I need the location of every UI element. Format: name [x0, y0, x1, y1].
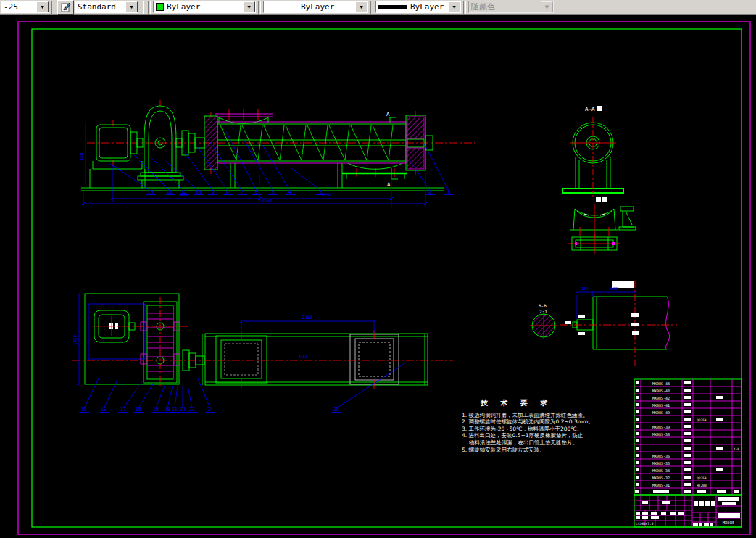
shaft-end-detail: 164 608 [560, 281, 677, 367]
dim-style-combo[interactable]: -25 ▼ [1, 1, 49, 13]
leader-number: 9 [212, 189, 215, 195]
dimension-text-blocks [565, 313, 639, 335]
leader-number: 18 [136, 407, 141, 413]
toolbar-separator [258, 1, 261, 14]
bom-table: MX085-44MX085-43MX085-42MX085-41MX085-40… [634, 379, 742, 495]
title-block: MX085 LS160×7.5 [634, 495, 742, 527]
leader-number: 5 [272, 189, 275, 195]
dim-detail-d2: 608 [610, 286, 618, 291]
bom-part-code: MX085-32 [652, 476, 670, 480]
leaders-plan: 1516171819202122232425 [79, 363, 406, 413]
conveyor-tube-outline [215, 114, 406, 163]
side-view: A A 800 3150 3550 400 13111210987654321 [79, 100, 475, 207]
side-view-dimensions [82, 122, 427, 207]
bom-part-code: MX085-39 [652, 425, 670, 429]
leader-number: 24 [207, 407, 213, 413]
tech-req-title: 技 术 要 求 [481, 400, 634, 407]
leader-number: 22 [180, 407, 186, 413]
object-properties-toolbar: -25 ▼ A Standard ▼ ByLayer ▼ [0, 0, 756, 15]
plot-style-combo: 随颜色 ▼ [468, 1, 554, 13]
screw-conveyor-drawing: A A 800 3150 3550 400 13111210987654321 [0, 15, 756, 538]
text-style-icon: A [61, 2, 71, 12]
section-marker-a-top: A [386, 111, 390, 117]
chevron-down-icon[interactable]: ▼ [243, 1, 255, 12]
lineweight-control-combo[interactable]: ByLayer ▼ [375, 1, 461, 13]
bom-rows: MX085-44MX085-43MX085-42MX085-41MX085-40… [634, 381, 742, 494]
toolbar-separator [463, 1, 466, 14]
toolbar-separator [141, 1, 144, 14]
toolbar-separator [370, 1, 373, 14]
section-aa-view: A-A [562, 106, 623, 197]
leader-number: 16 [101, 407, 107, 413]
bom-remark: 1-8 [734, 447, 739, 451]
leader-number: 12 [181, 189, 187, 195]
chevron-down-icon[interactable]: ▼ [355, 1, 367, 12]
bom-part-code: MX085-35 [652, 461, 670, 465]
plot-style-value: 随颜色 [469, 1, 541, 12]
color-swatch-green [156, 3, 164, 11]
chevron-down-icon[interactable]: ▼ [36, 1, 49, 12]
leader-number: 20 [165, 407, 170, 413]
label-block [597, 106, 602, 111]
tech-req-item: 5. 螺旋轴安装采用右旋方式安装。 [462, 447, 634, 454]
drawing-number: MX085 [723, 521, 735, 525]
section-aa-label: A-A [585, 106, 595, 112]
linetype-sample-icon [266, 7, 298, 7]
leader-number: 8 [226, 189, 229, 195]
linetype-control-combo[interactable]: ByLayer ▼ [263, 1, 368, 13]
label-block [596, 197, 601, 202]
bom-part-code: MX085-41 [652, 403, 670, 407]
chevron-down-icon[interactable]: ▼ [125, 1, 138, 12]
leader-number: 3 [320, 189, 323, 195]
bom-part-code: MX085-34 [652, 468, 670, 473]
dim-plan-span: 2150 [302, 315, 313, 320]
leader-number: 17 [120, 407, 126, 413]
lineweight-value: ByLayer [410, 2, 444, 12]
dim-plan-bore: Φ159 [299, 355, 307, 359]
chevron-down-icon[interactable]: ▼ [448, 1, 460, 12]
dim-side-height: 400 [79, 152, 84, 160]
bom-part-code: MX085-31 [652, 483, 670, 487]
leader-number: 4 [288, 189, 291, 195]
leader-number: 7 [241, 189, 244, 195]
chevron-down-icon: ▼ [541, 1, 553, 12]
text-style-value: Standard [75, 1, 125, 12]
bom-part-code: MX085-44 [652, 381, 670, 386]
tech-req-item: 4. 进料出口处，安装0.5~1厚硬质橡胶垫片，防止 [462, 432, 634, 439]
toolbar-separator [148, 1, 151, 14]
leader-number: 10 [196, 189, 202, 195]
outlet-opening [350, 334, 399, 384]
technical-requirements: 技 术 要 求 1. 棱边均倒钝打磨，未加工表面清理并涂红色油漆。 2. 调整螺… [462, 400, 634, 453]
tech-req-item: 2. 调整螺旋时使螺旋体与机壳内间隙为0.2~0.3mm。 [462, 418, 634, 426]
drawing-canvas[interactable]: A A 800 3150 3550 400 13111210987654321 [0, 15, 756, 538]
bom-material: Q235A [697, 476, 707, 480]
bom-material: HT200 [697, 484, 707, 487]
bom-part-code: MX085-38 [652, 432, 670, 436]
tech-req-item: 3. 工作环境为-20~50℃，物料温度小于200℃。 [462, 426, 634, 433]
drawing-frame [32, 29, 742, 527]
dim-plan-width: 1450 [72, 334, 78, 345]
leader-number: 13 [148, 189, 154, 195]
leader-number: 19 [153, 407, 159, 413]
leader-number: 1 [447, 189, 450, 195]
cad-application-window: -25 ▼ A Standard ▼ ByLayer ▼ [0, 0, 756, 538]
paper-border [18, 22, 750, 534]
leader-number: 6 [255, 189, 258, 195]
text-style-manager-button[interactable]: A [57, 0, 74, 15]
text-style-combo[interactable]: Standard ▼ [75, 1, 138, 13]
leader-number: 15 [81, 407, 87, 413]
saddle-support-views [568, 197, 636, 254]
color-control-combo[interactable]: ByLayer ▼ [153, 1, 256, 13]
bom-part-code: MX085-43 [652, 389, 670, 393]
bom-part-code: MX085-42 [652, 396, 670, 400]
lineweight-sample-icon [378, 5, 407, 9]
leader-number: 11 [167, 189, 173, 195]
leader-number: 21 [172, 407, 178, 413]
dim-style-value: -25 [1, 1, 36, 12]
linetype-value: ByLayer [301, 2, 334, 12]
bom-part-code: MX085-40 [652, 410, 670, 415]
dim-side-total: 3550 [262, 198, 273, 203]
color-value: ByLayer [167, 2, 200, 12]
section-marker-a-bottom: A [387, 181, 391, 188]
bom-part-code: MX085-36 [652, 454, 670, 458]
